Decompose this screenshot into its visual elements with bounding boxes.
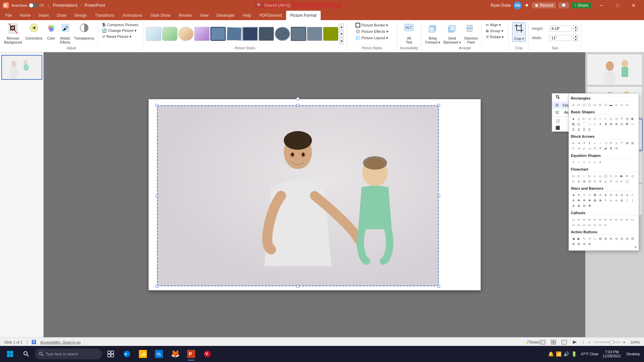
shape-arrow-17[interactable]: ↰ — [592, 146, 597, 151]
shape-callout-3[interactable]: ▭ — [582, 217, 587, 222]
shape-callout-18[interactable]: ▭ — [598, 222, 603, 227]
tab-slideshow[interactable]: Slide Show — [146, 11, 174, 20]
taskbar-app-2[interactable]: 📁 — [136, 347, 150, 361]
tab-animations[interactable]: Animations — [118, 11, 146, 20]
shape-action-1[interactable]: ◀ — [571, 236, 576, 241]
shape-basic-1[interactable]: ▲ — [571, 116, 576, 121]
change-picture-button[interactable]: 🔄 Change Picture ▾ — [100, 28, 140, 34]
zoom-slider[interactable] — [593, 342, 620, 343]
shape-callout-15[interactable]: ▭ — [582, 222, 587, 227]
shape-eq-1[interactable]: + — [571, 160, 576, 165]
resize-handle-bc[interactable] — [297, 285, 299, 288]
shape-star-20[interactable]: ⍟ — [608, 198, 613, 203]
shape-basic-3[interactable]: ▷ — [582, 116, 587, 121]
shape-callout-19[interactable]: ▭ — [603, 222, 608, 227]
style-scroll-up[interactable]: ▲ — [339, 23, 344, 30]
style-scroll-down[interactable]: ▼ — [339, 31, 344, 37]
shape-basic-17[interactable]: ⌂ — [592, 121, 597, 126]
shape-star-22[interactable]: ⊛ — [619, 198, 624, 203]
shape-action-15[interactable]: ⊘ — [582, 241, 587, 246]
shape-action-11[interactable]: ⊡ — [625, 236, 630, 241]
tab-transitions[interactable]: Transitions — [91, 11, 118, 20]
shape-action-8[interactable]: ● — [608, 236, 613, 241]
shape-flow-3[interactable]: ○ — [582, 173, 587, 178]
shape-arrow-11[interactable]: ⊞ — [625, 140, 630, 145]
taskbar-clock[interactable]: 7:03 PM 11/28/2021 — [600, 350, 624, 358]
share-button[interactable]: ↑ Share — [572, 2, 591, 8]
shape-action-13[interactable]: ⊕ — [571, 241, 576, 246]
shape-arrow-3[interactable]: ⇑ — [582, 140, 587, 145]
style-6[interactable] — [226, 27, 242, 41]
shape-arrow-12[interactable]: ⊟ — [630, 140, 635, 145]
reading-view-button[interactable] — [560, 339, 568, 346]
shape-star-11[interactable]: ✰ — [625, 192, 630, 197]
zoom-out-icon[interactable]: − — [588, 340, 591, 345]
shape-callout-10[interactable]: ▭ — [619, 217, 624, 222]
tab-home[interactable]: Home — [16, 11, 35, 20]
bring-forward-button[interactable]: BringForward ▾ — [424, 22, 441, 45]
record-button[interactable]: ⏺ Record — [532, 2, 556, 8]
shape-flow-10[interactable]: ▶ — [619, 173, 624, 178]
shape-callout-11[interactable]: ▭ — [625, 217, 630, 222]
shape-star-5[interactable]: ✪ — [592, 192, 597, 197]
shape-action-6[interactable]: ⊞ — [598, 236, 603, 241]
shape-action-2[interactable]: ▶ — [576, 236, 581, 241]
shape-arrow-8[interactable]: ⊢ — [608, 140, 613, 145]
shape-star-18[interactable]: ❀ — [598, 198, 603, 203]
shape-callout-7[interactable]: ▭ — [603, 217, 608, 222]
shape-star-27[interactable]: ⊟ — [582, 203, 587, 208]
tab-insert[interactable]: Insert — [35, 11, 53, 20]
shape-rect-1[interactable]: ▭ — [571, 102, 576, 107]
shape-star-24[interactable]: ⟨ — [630, 198, 635, 203]
shape-flow-7[interactable]: ◯ — [603, 173, 608, 178]
shape-arrow-15[interactable]: ↙ — [582, 146, 587, 151]
shape-arrow-6[interactable]: ↕ — [598, 140, 603, 145]
tab-developer[interactable]: Developer — [213, 11, 239, 20]
resize-handle-bl[interactable] — [156, 285, 158, 288]
shape-star-25[interactable]: ⊛ — [571, 203, 576, 208]
shape-basic-7[interactable]: □ — [603, 116, 608, 121]
height-spin-up[interactable]: ▲ — [573, 25, 578, 28]
tab-view[interactable]: View — [196, 11, 213, 20]
taskbar-search-box[interactable]: Type here to search — [35, 349, 102, 359]
notification-icon[interactable]: 🔔 — [548, 351, 554, 357]
shape-star-1[interactable]: ★ — [571, 192, 576, 197]
normal-view-button[interactable] — [539, 339, 547, 346]
zoom-level[interactable]: 104% — [628, 340, 640, 344]
shape-basic-21[interactable]: ⊗ — [614, 121, 619, 126]
style-1[interactable] — [146, 27, 161, 41]
shape-eq-2[interactable]: − — [576, 160, 581, 165]
resize-handle-tl[interactable] — [156, 104, 158, 107]
resize-handle-mr[interactable] — [437, 194, 440, 197]
shape-star-14[interactable]: ❋ — [576, 198, 581, 203]
taskbar-app-4[interactable]: 🦊 — [168, 347, 182, 361]
shape-star-26[interactable]: ⊞ — [576, 203, 581, 208]
minimize-button[interactable]: ─ — [594, 0, 609, 11]
shape-rect-5[interactable]: ▭ — [592, 102, 597, 107]
shape-basic-26[interactable]: [] — [576, 127, 581, 132]
shape-rect-7[interactable]: ▭ — [603, 102, 608, 107]
style-4[interactable] — [194, 27, 210, 41]
shape-star-3[interactable]: ✧ — [582, 192, 587, 197]
shape-rect-10[interactable]: ▭ — [619, 102, 624, 107]
shape-callout-1[interactable]: ▭ — [571, 217, 576, 222]
shape-flow-12[interactable]: ◁ — [630, 173, 635, 178]
reset-picture-button[interactable]: ↺ Reset Picture ▾ — [100, 34, 140, 40]
style-10[interactable] — [291, 27, 306, 41]
shape-star-2[interactable]: ✦ — [576, 192, 581, 197]
shape-rect-4[interactable]: ⬡ — [587, 102, 592, 107]
taskbar-app-1[interactable]: e — [119, 347, 134, 361]
shape-rect-9[interactable]: ▭ — [614, 102, 619, 107]
slide-thumbnail-1[interactable] — [1, 55, 42, 80]
shape-basic-19[interactable]: ★ — [603, 121, 608, 126]
slideshow-view-button[interactable] — [571, 339, 579, 346]
shape-basic-4[interactable]: ◇ — [587, 116, 592, 121]
shape-callout-14[interactable]: ▭ — [576, 222, 581, 227]
crop-button[interactable]: Crop ▾ — [512, 22, 526, 42]
shape-star-16[interactable]: ❅ — [587, 198, 592, 203]
tab-help[interactable]: Help — [239, 11, 255, 20]
shape-callout-17[interactable]: ▭ — [592, 222, 597, 227]
shape-flow-2[interactable]: ◇ — [576, 173, 581, 178]
shape-star-17[interactable]: ✿ — [592, 198, 597, 203]
shape-basic-10[interactable]: ▽ — [619, 116, 624, 121]
